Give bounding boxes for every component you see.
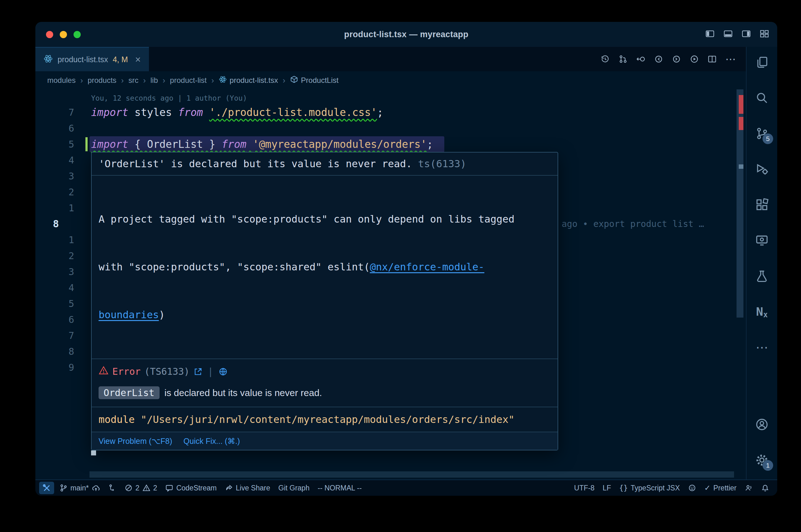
live-share-status-item[interactable]: Live Share: [221, 480, 274, 496]
line-number: 1: [35, 232, 74, 248]
line-number: 8: [35, 343, 74, 359]
previous-change-icon[interactable]: [654, 54, 663, 64]
line-number: 7: [35, 104, 74, 120]
git-branch-icon: [59, 484, 68, 492]
next-change-icon[interactable]: [672, 54, 681, 64]
compare-branch-status-item[interactable]: [104, 480, 121, 496]
line-number: 3: [35, 264, 74, 280]
line-number: 9: [35, 359, 74, 375]
error-hover-popup: 'OrderList' is declared but its value is…: [91, 152, 558, 451]
breadcrumb-item-modules[interactable]: modules: [47, 76, 76, 85]
breadcrumb-item-file[interactable]: product-list.tsx: [219, 75, 278, 86]
title-bar: product-list.tsx — myreactapp: [35, 22, 777, 47]
git-blame-header: You, 12 seconds ago | 1 author (You): [91, 92, 247, 104]
smiley-icon: [688, 484, 696, 492]
branch-status-item[interactable]: main*: [55, 480, 104, 496]
testing-icon[interactable]: [754, 268, 769, 284]
status-bar: main* 2 2: [35, 479, 777, 496]
extensions-icon[interactable]: [754, 197, 769, 212]
code-line[interactable]: 5import { OrderList } from '@myreactapp/…: [35, 136, 746, 152]
symbol-chip: OrderList: [98, 386, 160, 399]
additional-views-icon[interactable]: ⋯: [754, 340, 769, 355]
breadcrumb-item-symbol[interactable]: ProductList: [290, 75, 339, 86]
overview-ruler-error-mark: [739, 117, 743, 130]
split-editor-icon[interactable]: [707, 54, 717, 64]
tab-modified-badge: 4, M: [113, 55, 128, 64]
close-window-button[interactable]: [46, 31, 53, 38]
timeline-icon[interactable]: [600, 54, 610, 64]
check-icon: ✓: [704, 483, 711, 492]
vim-mode-indicator: -- NORMAL --: [313, 480, 366, 496]
line-number: 3: [35, 168, 74, 184]
tab-close-icon[interactable]: ×: [135, 55, 141, 64]
nx-rule-link[interactable]: @nx/enforce-module-: [370, 261, 484, 273]
line-number: 1: [35, 200, 74, 216]
error-warning-icon: [98, 365, 109, 378]
nx-console-icon[interactable]: Nx: [754, 304, 769, 319]
toggle-sidebar-icon[interactable]: [705, 29, 715, 40]
notifications-status-item[interactable]: [757, 480, 773, 496]
person-signal-icon: [745, 484, 753, 492]
line-number: 5: [35, 136, 74, 152]
navigate-back-icon[interactable]: [636, 54, 645, 64]
breadcrumb-item-products[interactable]: products: [88, 76, 116, 85]
line-number: 5: [35, 296, 74, 312]
react-file-icon: [43, 54, 53, 65]
nx-rule-link[interactable]: boundaries: [98, 309, 159, 321]
editor-pane[interactable]: You, 12 seconds ago | 1 author (You) 7im…: [35, 89, 746, 479]
breadcrumb-item-src[interactable]: src: [128, 76, 138, 85]
live-share-session-status-item[interactable]: [741, 480, 757, 496]
popup-resize-handle[interactable]: [91, 451, 96, 455]
bell-icon: [761, 484, 769, 492]
run-debug-icon[interactable]: [754, 162, 769, 177]
settings-gear-icon[interactable]: 1: [754, 453, 769, 468]
warnings-icon: [142, 484, 150, 492]
chevron-right-icon: ›: [80, 76, 83, 85]
quick-fix-link[interactable]: Quick Fix... (⌘.): [183, 436, 240, 446]
editor-actions: ⋯: [600, 47, 746, 71]
code-line[interactable]: 6: [35, 120, 746, 136]
language-mode-status-item[interactable]: {} TypeScript JSX: [615, 480, 684, 496]
eol-status-item[interactable]: LF: [599, 480, 615, 496]
braces-icon: {}: [619, 484, 628, 492]
activity-bar: 5 Nx ⋯: [746, 47, 777, 479]
accounts-icon[interactable]: [754, 417, 769, 432]
errors-icon: [125, 484, 133, 492]
breadcrumb-item-product-list[interactable]: product-list: [170, 76, 206, 85]
chevron-right-icon: ›: [143, 76, 145, 85]
code-line[interactable]: 7import styles from './product-list.modu…: [35, 104, 746, 120]
line-number: 8: [53, 216, 59, 232]
remote-explorer-icon[interactable]: [754, 233, 769, 248]
view-problem-link[interactable]: View Problem (⌥F8): [98, 436, 172, 446]
compare-branch-icon: [108, 484, 116, 492]
search-icon[interactable]: [754, 90, 769, 105]
breadcrumb-item-lib[interactable]: lib: [150, 76, 158, 85]
tab-product-list[interactable]: product-list.tsx 4, M ×: [35, 47, 149, 71]
problems-status-item[interactable]: 2 2: [121, 480, 161, 496]
more-actions-icon[interactable]: ⋯: [725, 54, 736, 64]
zoom-window-button[interactable]: [74, 31, 81, 38]
hover-actions: View Problem (⌥F8) Quick Fix... (⌘.): [92, 432, 558, 450]
source-control-icon[interactable]: 5: [754, 126, 769, 141]
globe-icon[interactable]: [218, 367, 228, 376]
feedback-status-item[interactable]: [684, 480, 700, 496]
codestream-status-item[interactable]: CodeStream: [161, 480, 221, 496]
breadcrumb: modules › products › src › lib › product…: [35, 71, 746, 89]
git-graph-status-item[interactable]: Git Graph: [274, 480, 314, 496]
minimize-window-button[interactable]: [60, 31, 67, 38]
error-label: Error: [112, 366, 141, 377]
toggle-panel-icon[interactable]: [723, 29, 733, 40]
horizontal-scrollbar[interactable]: [90, 471, 734, 478]
tools-icon: [42, 484, 51, 492]
encoding-status-item[interactable]: UTF-8: [570, 480, 599, 496]
compare-changes-icon[interactable]: [618, 54, 627, 64]
open-external-icon[interactable]: [193, 367, 203, 376]
explorer-icon[interactable]: [754, 55, 769, 70]
toggle-secondary-sidebar-icon[interactable]: [742, 29, 751, 40]
line-number: 4: [35, 152, 74, 168]
prettier-status-item[interactable]: ✓ Prettier: [700, 480, 741, 496]
tools-status-item[interactable]: [39, 482, 54, 494]
customize-layout-icon[interactable]: [760, 29, 769, 40]
run-file-icon[interactable]: [690, 54, 699, 64]
overview-ruler-error-mark: [739, 95, 743, 114]
